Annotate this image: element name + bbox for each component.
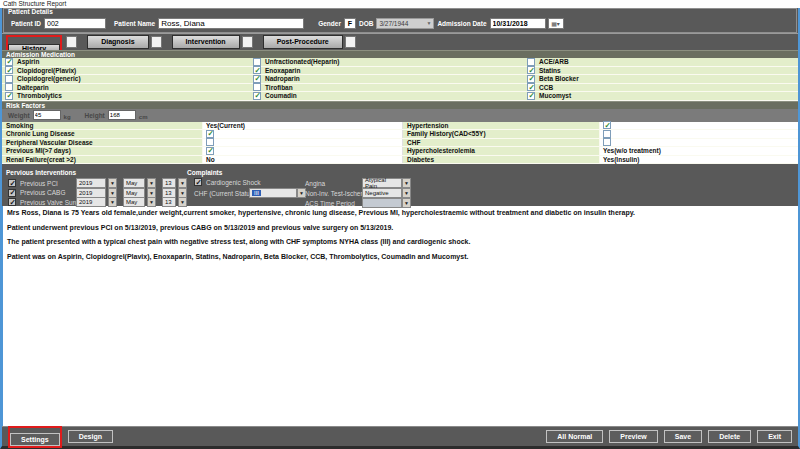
checkbox-cardiogenic-shock[interactable] (194, 178, 202, 186)
medication-label: CCB (539, 84, 553, 91)
medication-label: Beta Blocker (539, 75, 579, 82)
checkbox-previous-cabg[interactable] (8, 189, 16, 197)
cabg-year-combo[interactable]: 2019 (76, 188, 106, 198)
date-picker-icon[interactable]: ▦▾ (548, 18, 564, 29)
checkbox-aspirin[interactable] (5, 58, 13, 66)
admission-date-input[interactable] (490, 18, 546, 29)
medication-label: Tirofiban (265, 84, 293, 91)
medication-label: Coumadin (265, 92, 297, 99)
checkbox-previous-mi[interactable] (206, 147, 214, 155)
preview-button[interactable]: Preview (609, 430, 657, 443)
admission-date-label: Admission Date (437, 20, 486, 27)
previous-valve-surgery-row: Previous Valve Surgery 2019▼ May▼ 13▼ (8, 197, 193, 207)
non-inv-test-combo[interactable]: Negative (362, 188, 402, 198)
exit-button[interactable]: Exit (757, 430, 792, 443)
summary-paragraph: Mrs Ross, Diana is 75 Years old female,u… (7, 209, 794, 216)
checkbox-chronic-lung-disease[interactable] (206, 130, 214, 138)
pci-month-combo[interactable]: May (123, 178, 145, 188)
design-button[interactable]: Design (68, 430, 113, 443)
checkbox-tirofiban[interactable] (253, 83, 261, 91)
tab-intervention[interactable]: Intervention (172, 35, 240, 49)
cabg-month-combo[interactable]: May (123, 188, 145, 198)
tab-diagnosis[interactable]: Diagnosis (87, 35, 148, 49)
chevron-down-icon[interactable]: ▼ (147, 178, 156, 188)
valve-month-combo[interactable]: May (123, 197, 145, 207)
risk-value-smoking[interactable]: Yes(Current) (203, 122, 403, 130)
checkbox-chf[interactable] (603, 138, 611, 146)
chf-status-combo[interactable]: III (249, 188, 297, 198)
window-title: Cath Structure Report (0, 0, 800, 8)
angina-label: Angina (305, 180, 362, 187)
medication-label: Dalteparin (17, 84, 49, 91)
pci-year-combo[interactable]: 2019 (76, 178, 106, 188)
checkbox-unfractionated-heparin[interactable] (253, 58, 261, 66)
checkbox-coumadin[interactable] (253, 92, 261, 100)
checkbox-statins[interactable] (527, 66, 535, 74)
chevron-down-icon[interactable]: ▼ (108, 178, 117, 188)
all-normal-button[interactable]: All Normal (546, 430, 603, 443)
medication-row: Clopidogrel(generic) Nadroparin Beta Blo… (2, 75, 798, 84)
checkbox-beta-blocker[interactable] (527, 75, 535, 83)
dob-combo[interactable]: 3/27/1944 ▼ (376, 18, 434, 29)
checkbox-thrombolytics[interactable] (5, 92, 13, 100)
checkbox-ccb[interactable] (527, 83, 535, 91)
gender-input[interactable] (344, 18, 356, 29)
risk-label-chronic-lung-disease: Chronic Lung Disease (2, 130, 203, 138)
risk-factors-header: Risk Factors (2, 101, 798, 109)
checkbox-clopidogrel-generic[interactable] (5, 75, 13, 83)
risk-label-hypertension: Hypertension (403, 122, 600, 130)
cabg-day-combo[interactable]: 13 (162, 188, 176, 198)
medication-label: Mucomyst (539, 92, 571, 99)
checkbox-nadroparin[interactable] (253, 75, 261, 83)
checkbox-clopidogrel-plavix[interactable] (5, 66, 13, 74)
patient-details-title: Patient Details (8, 8, 53, 15)
checkbox-previous-valve-surgery[interactable] (8, 198, 16, 206)
weight-input[interactable] (33, 110, 61, 120)
chevron-down-icon[interactable]: ▼ (402, 188, 411, 198)
patient-id-input[interactable] (44, 18, 106, 29)
chevron-down-icon[interactable]: ▼ (147, 188, 156, 198)
inactive-tab-edge (242, 36, 253, 48)
checkbox-ace-arb[interactable] (527, 58, 535, 66)
complaints-header: Complaints (187, 169, 222, 176)
checkbox-previous-pci[interactable] (8, 179, 16, 187)
medication-row: Thrombolytics Coumadin Mucomyst (2, 92, 798, 101)
interventions-complaints-panel: Pervious Interventions Complaints Previo… (2, 169, 798, 206)
summary-text-area[interactable]: Mrs Ross, Diana is 75 Years old female,u… (2, 206, 798, 426)
medication-label: Thrombolytics (17, 92, 62, 99)
chevron-down-icon[interactable]: ▼ (178, 197, 187, 207)
checkbox-enoxaparin[interactable] (253, 66, 261, 74)
chf-status-item: CHF (Current Status) III▼ (194, 188, 306, 198)
valve-year-combo[interactable]: 2019 (76, 197, 106, 207)
chevron-down-icon[interactable]: ▼ (147, 197, 156, 207)
chevron-down-icon[interactable]: ▼ (402, 198, 411, 208)
checkbox-hypertension[interactable] (603, 121, 611, 129)
risk-label-previous-mi: Previous MI(>7 days) (2, 147, 203, 155)
valve-day-combo[interactable]: 13 (162, 197, 176, 207)
checkbox-mucomyst[interactable] (527, 92, 535, 100)
chevron-down-icon[interactable]: ▼ (178, 178, 187, 188)
checkbox-peripheral-vascular-disease[interactable] (206, 138, 214, 146)
risk-value-hypercholesterolemia[interactable]: Yes(w/o treatment) (600, 147, 798, 155)
chevron-down-icon[interactable]: ▼ (402, 178, 411, 188)
risk-label-hypercholesterolemia: Hypercholesterolemia (403, 147, 600, 155)
tab-post-procedure[interactable]: Post-Procedure (263, 35, 343, 49)
chevron-down-icon[interactable]: ▼ (178, 188, 187, 198)
chf-status-value: III (252, 190, 261, 196)
save-button[interactable]: Save (664, 430, 702, 443)
chevron-down-icon[interactable]: ▼ (108, 188, 117, 198)
patient-name-input[interactable] (158, 18, 304, 29)
risk-value-diabetes[interactable]: Yes(Insulin) (600, 156, 798, 164)
risk-factor-row: Chronic Lung Disease Family History(CAD<… (2, 130, 798, 139)
acs-time-period-combo[interactable] (362, 198, 402, 208)
checkbox-family-history[interactable] (603, 130, 611, 138)
chevron-down-icon[interactable]: ▼ (108, 197, 117, 207)
checkbox-dalteparin[interactable] (5, 83, 13, 91)
risk-value-renal-failure[interactable]: No (203, 156, 403, 164)
pci-day-combo[interactable]: 13 (162, 178, 176, 188)
angina-combo[interactable]: Atypical Pain (362, 178, 402, 188)
settings-button[interactable]: Settings (10, 433, 60, 446)
delete-button[interactable]: Delete (708, 430, 751, 443)
height-input[interactable] (108, 110, 136, 120)
cardiogenic-shock-label: Cardiogenic Shock (206, 179, 261, 186)
